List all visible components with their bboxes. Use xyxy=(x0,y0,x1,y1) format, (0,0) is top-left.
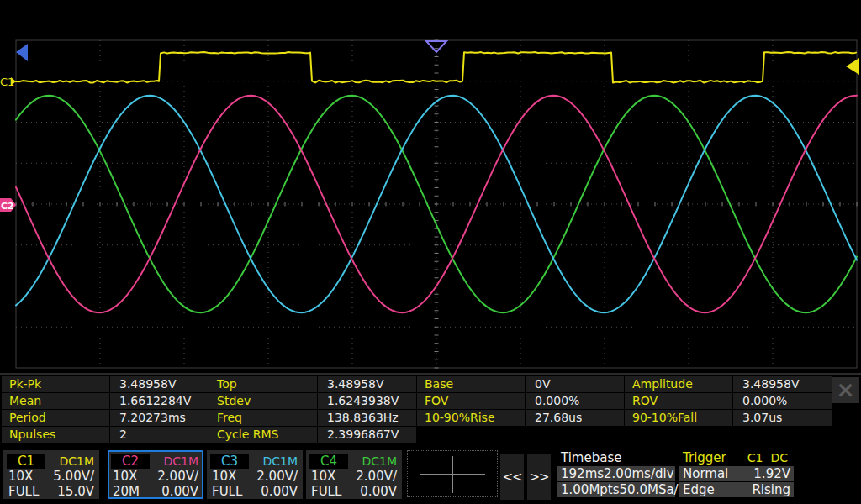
channel-probe: 10X xyxy=(8,469,33,484)
channel-coupling: DC1M xyxy=(163,454,198,468)
meas-value: 3.48958V xyxy=(110,376,209,392)
close-measurements-button[interactable]: × xyxy=(832,377,859,403)
meas-label: Mean xyxy=(2,393,109,409)
meas-label: Stdev xyxy=(209,393,317,409)
scroll-right-button[interactable]: >> xyxy=(527,454,551,500)
channel-name-badge: C1 xyxy=(7,454,45,469)
channel-bandwidth: FULL xyxy=(212,484,242,499)
meas-value: 3.48958V xyxy=(318,376,416,392)
svg-text:C2: C2 xyxy=(1,201,14,212)
channel-offset: 0.00V xyxy=(360,484,397,499)
meas-value: 0V xyxy=(526,376,624,392)
meas-label: Base xyxy=(417,376,525,392)
meas-label: FOV xyxy=(417,393,525,409)
plus-icon xyxy=(452,456,453,493)
meas-value: 3.07us xyxy=(733,410,832,426)
channel-name-badge: C3 xyxy=(210,454,249,469)
meas-value: 0.000% xyxy=(526,393,624,409)
channel-coupling: DC1M xyxy=(59,454,94,468)
meas-label: ROV xyxy=(625,393,732,409)
channel-probe: 10X xyxy=(113,469,137,484)
meas-value: 2.3996867V xyxy=(318,427,416,443)
channel-probe: 10X xyxy=(311,469,335,484)
channel-bandwidth: FULL xyxy=(8,484,39,499)
meas-value: 0.000% xyxy=(733,393,832,409)
meas-label: Cycle RMS xyxy=(209,427,317,443)
meas-value: 2 xyxy=(110,427,209,443)
channel-scale: 2.00V/ xyxy=(157,469,198,484)
bottom-status-bar: C1DC1M 10X5.00V/ FULL15.0V C2DC1M 10X2.0… xyxy=(0,447,861,504)
meas-value: 138.8363Hz xyxy=(318,410,416,426)
channel-bandwidth: FULL xyxy=(311,484,341,499)
channel-offset: 15.0V xyxy=(57,484,94,499)
timebase-samplerate: 50.0MSa/s xyxy=(620,482,685,497)
channel-name-badge: C4 xyxy=(309,454,348,469)
meas-label: Period xyxy=(2,410,109,426)
meas-label: Top xyxy=(209,376,317,392)
channel-box-c2[interactable]: C2DC1M 10X2.00V/ 20M0.00V xyxy=(108,450,203,499)
trigger-panel[interactable]: Trigger C1 DC Normal1.92V EdgeRising xyxy=(679,450,794,497)
channel-scale: 5.00V/ xyxy=(53,469,94,484)
meas-label: Npulses xyxy=(2,427,109,443)
measurement-panel: Pk-Pk 3.48958V Top 3.48958V Base 0V Ampl… xyxy=(0,373,861,447)
channel-scale: 2.00V/ xyxy=(256,469,298,484)
trigger-delay-offscreen-icon xyxy=(16,44,28,61)
meas-label: Amplitude xyxy=(625,376,732,392)
meas-label: 10-90%Rise xyxy=(417,410,525,426)
meas-label: Pk-Pk xyxy=(2,376,109,392)
meas-value: 1.6612284V xyxy=(110,393,209,409)
channel-offset: 0.00V xyxy=(161,484,198,499)
timebase-delay: 192ms xyxy=(561,466,604,481)
channel-box-c3[interactable]: C3DC1M 10X2.00V/ FULL0.00V xyxy=(207,450,303,499)
meas-label: 90-10%Fall xyxy=(625,410,732,426)
meas-empty-cell xyxy=(417,427,525,443)
scroll-left-button[interactable]: << xyxy=(500,454,524,500)
trigger-source-badge: C1 xyxy=(745,451,766,465)
channel-name-badge: C2 xyxy=(111,454,150,469)
meas-empty-cell xyxy=(733,427,832,443)
trigger-coupling-badge: DC xyxy=(768,451,790,465)
meas-value: 7.20273ms xyxy=(110,410,209,426)
add-channel-placeholder[interactable] xyxy=(407,450,498,497)
channel-offset: 0.00V xyxy=(261,484,298,499)
channel-probe: 10X xyxy=(212,469,236,484)
channel-coupling: DC1M xyxy=(262,454,298,468)
meas-empty-cell xyxy=(526,427,624,443)
timebase-points: 1.00Mpts xyxy=(561,482,620,497)
waveform-display[interactable]: C1C2 xyxy=(0,0,861,373)
meas-value: 3.48958V xyxy=(733,376,832,392)
channel-bandwidth: 20M xyxy=(113,484,140,499)
trigger-title: Trigger xyxy=(683,450,726,465)
timebase-scale: 2.00ms/div xyxy=(604,466,673,481)
timebase-panel[interactable]: Timebase 192ms2.00ms/div 1.00Mpts50.0MSa… xyxy=(557,450,675,497)
trigger-level: 1.92V xyxy=(753,466,790,481)
channel-box-c1[interactable]: C1DC1M 10X5.00V/ FULL15.0V xyxy=(3,450,99,499)
trigger-type: Edge xyxy=(683,482,715,497)
meas-value: 1.6243938V xyxy=(318,393,416,409)
trigger-slope: Rising xyxy=(752,482,790,497)
trigger-mode: Normal xyxy=(683,466,728,481)
meas-empty-cell xyxy=(625,427,732,443)
measurement-table: Pk-Pk 3.48958V Top 3.48958V Base 0V Ampl… xyxy=(2,376,832,443)
meas-label: Freq xyxy=(209,410,317,426)
channel-box-c4[interactable]: C4DC1M 10X2.00V/ FULL0.00V xyxy=(306,450,402,499)
channel-scale: 2.00V/ xyxy=(356,469,397,484)
channel-coupling: DC1M xyxy=(362,454,397,468)
meas-value: 27.68us xyxy=(526,410,624,426)
trigger-level-icon[interactable] xyxy=(846,58,859,75)
timebase-title: Timebase xyxy=(561,450,621,465)
